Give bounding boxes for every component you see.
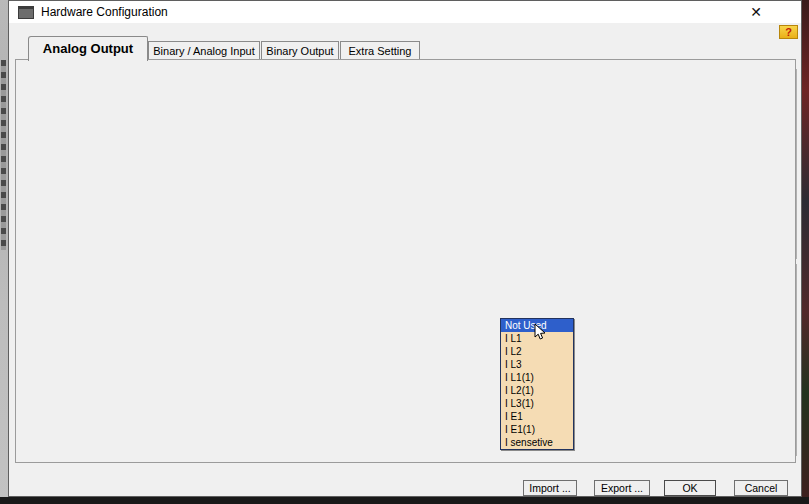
dropdown-item[interactable]: I L2 bbox=[501, 345, 573, 358]
mouse-cursor-icon bbox=[534, 323, 547, 341]
dropdown-item[interactable]: I sensetive bbox=[501, 436, 573, 449]
app-icon bbox=[18, 6, 34, 19]
dropdown-item[interactable]: I L2(1) bbox=[501, 384, 573, 397]
window-title: Hardware Configuration bbox=[41, 5, 168, 19]
close-icon[interactable]: ✕ bbox=[745, 2, 767, 22]
dropdown-item[interactable]: I E1 bbox=[501, 410, 573, 423]
title-bar[interactable]: Hardware Configuration ✕ bbox=[9, 1, 801, 23]
background-window-right-edge bbox=[802, 0, 809, 504]
export-button[interactable]: Export ... bbox=[594, 480, 650, 496]
tab-binary-analog-input[interactable]: Binary / Analog Input bbox=[148, 41, 260, 60]
background-window-left-edge bbox=[0, 0, 8, 504]
dropdown-item[interactable]: I L3 bbox=[501, 358, 573, 371]
tab-analog-output[interactable]: Analog Output bbox=[28, 36, 148, 61]
import-button[interactable]: Import ... bbox=[523, 480, 577, 496]
ok-button[interactable]: OK bbox=[664, 480, 716, 496]
hardware-configuration-dialog: Hardware Configuration ✕ ? Analog Output… bbox=[8, 0, 802, 497]
help-button[interactable]: ? bbox=[779, 25, 798, 39]
background-window-bottom-edge bbox=[0, 497, 809, 504]
tab-binary-output[interactable]: Binary Output bbox=[261, 41, 339, 60]
dropdown-item[interactable]: I E1(1) bbox=[501, 423, 573, 436]
tab-extra-setting[interactable]: Extra Setting bbox=[340, 41, 420, 60]
dropdown-item[interactable]: I L1(1) bbox=[501, 371, 573, 384]
tab-page-analog-output bbox=[15, 59, 796, 463]
dropdown-item[interactable]: I L3(1) bbox=[501, 397, 573, 410]
cancel-button[interactable]: Cancel bbox=[734, 480, 788, 496]
